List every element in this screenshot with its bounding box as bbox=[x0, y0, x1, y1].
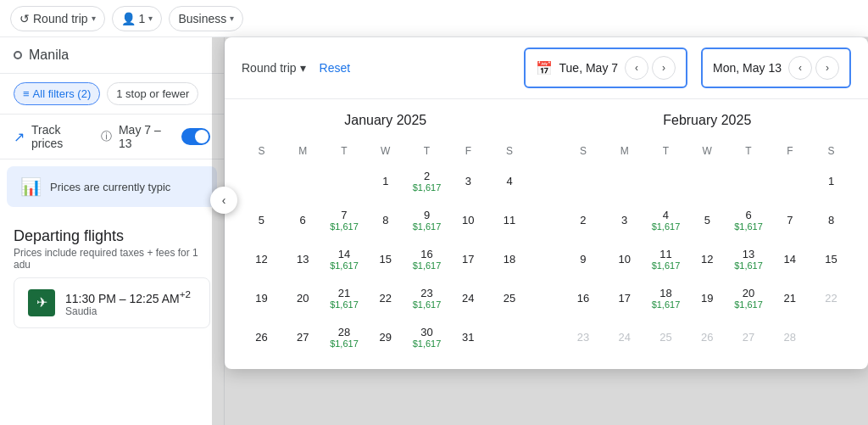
stops-filter-button[interactable]: 1 stop or fewer bbox=[107, 82, 198, 105]
end-date-prev[interactable]: ‹ bbox=[788, 56, 812, 80]
day-cell[interactable]: 12 bbox=[242, 240, 281, 277]
day-cell[interactable]: 25 bbox=[646, 318, 686, 355]
end-date-next[interactable]: › bbox=[815, 56, 839, 80]
day-cell[interactable]: 8 bbox=[365, 201, 405, 238]
day-cell[interactable]: 31 bbox=[448, 318, 488, 355]
day-cell[interactable]: 17 bbox=[448, 240, 488, 277]
day-cell[interactable]: 11 bbox=[490, 201, 530, 238]
day-number: 26 bbox=[255, 331, 267, 344]
day-number: 11 bbox=[504, 214, 515, 226]
day-cell[interactable]: 21$1,617 bbox=[325, 279, 364, 316]
day-header: W bbox=[687, 142, 727, 160]
track-prices-toggle[interactable] bbox=[181, 128, 210, 145]
day-cell[interactable]: 10 bbox=[448, 201, 488, 238]
day-cell[interactable]: 17 bbox=[604, 279, 644, 316]
day-cell[interactable]: 9$1,617 bbox=[407, 201, 447, 238]
day-cell[interactable]: 11$1,617 bbox=[646, 240, 686, 277]
day-header: M bbox=[283, 142, 323, 160]
day-cell[interactable]: 27 bbox=[729, 318, 769, 355]
day-cell[interactable]: 28$1,617 bbox=[325, 318, 364, 355]
day-cell[interactable]: 29 bbox=[365, 318, 405, 355]
day-cell[interactable]: 26 bbox=[687, 318, 727, 355]
day-number: 25 bbox=[659, 331, 671, 344]
flights-subtitle: Prices include required taxes + fees for… bbox=[14, 247, 210, 271]
back-button[interactable]: ‹ bbox=[210, 187, 237, 214]
day-cell[interactable]: 1 bbox=[811, 162, 851, 199]
flight-card[interactable]: ✈ 11:30 PM – 12:25 AM+2 Saudia bbox=[14, 277, 210, 328]
day-cell[interactable]: 13 bbox=[283, 240, 323, 277]
day-cell[interactable]: 8 bbox=[811, 201, 851, 238]
round-trip-icon: ↺ bbox=[19, 12, 30, 25]
day-number: 2 bbox=[580, 214, 586, 226]
day-cell[interactable]: 27 bbox=[283, 318, 323, 355]
day-cell[interactable]: 6$1,617 bbox=[729, 201, 769, 238]
day-cell[interactable]: 18$1,617 bbox=[646, 279, 686, 316]
day-cell[interactable]: 4$1,617 bbox=[646, 201, 686, 238]
day-cell[interactable]: 14$1,617 bbox=[325, 240, 364, 277]
day-cell[interactable]: 23 bbox=[564, 318, 604, 355]
day-cell[interactable]: 18 bbox=[490, 240, 530, 277]
day-cell[interactable]: 20$1,617 bbox=[729, 279, 769, 316]
day-cell[interactable]: 5 bbox=[687, 201, 727, 238]
start-date-prev[interactable]: ‹ bbox=[625, 56, 648, 80]
day-price: $1,617 bbox=[330, 299, 359, 310]
day-cell[interactable]: 19 bbox=[687, 279, 727, 316]
cabin-class-button[interactable]: Business ▾ bbox=[169, 6, 243, 31]
start-date-box[interactable]: 📅 Tue, May 7 ‹ › bbox=[524, 48, 688, 88]
day-cell[interactable]: 1 bbox=[365, 162, 405, 199]
day-cell[interactable]: 5 bbox=[242, 201, 281, 238]
day-cell[interactable]: 23$1,617 bbox=[407, 279, 447, 316]
day-cell[interactable]: 2 bbox=[564, 201, 604, 238]
day-number: 11 bbox=[659, 248, 671, 260]
end-date-nav: ‹ › bbox=[788, 56, 839, 80]
day-cell[interactable]: 28 bbox=[770, 318, 810, 355]
day-cell[interactable]: 20 bbox=[283, 279, 323, 316]
round-trip-button[interactable]: ↺ Round trip ▾ bbox=[10, 6, 105, 31]
day-cell[interactable]: 12 bbox=[687, 240, 727, 277]
day-number: 13 bbox=[743, 248, 754, 260]
passengers-button[interactable]: 👤 1 ▾ bbox=[112, 6, 163, 31]
day-cell[interactable]: 24 bbox=[604, 318, 644, 355]
calendar-reset-button[interactable]: Reset bbox=[320, 61, 351, 75]
day-number: 25 bbox=[504, 292, 515, 305]
chevron-down-icon: ▾ bbox=[148, 14, 153, 23]
calendar-trip-type-button[interactable]: Round trip ▾ bbox=[242, 61, 306, 75]
day-number: 6 bbox=[745, 209, 751, 221]
day-header: W bbox=[365, 142, 405, 160]
day-cell[interactable]: 4 bbox=[490, 162, 530, 199]
day-number: 24 bbox=[618, 331, 630, 344]
day-cell[interactable]: 15 bbox=[365, 240, 405, 277]
day-cell[interactable]: 25 bbox=[490, 279, 530, 316]
day-number: 6 bbox=[300, 214, 306, 226]
day-header: M bbox=[604, 142, 644, 160]
day-cell[interactable]: 14 bbox=[770, 240, 810, 277]
day-cell[interactable]: 16 bbox=[564, 279, 604, 316]
day-cell[interactable]: 2$1,617 bbox=[407, 162, 447, 199]
day-cell[interactable]: 16$1,617 bbox=[407, 240, 447, 277]
day-cell[interactable]: 22 bbox=[811, 279, 851, 316]
day-cell[interactable]: 24 bbox=[448, 279, 488, 316]
day-cell[interactable]: 10 bbox=[604, 240, 644, 277]
day-cell[interactable]: 6 bbox=[283, 201, 323, 238]
day-cell[interactable]: 26 bbox=[242, 318, 281, 355]
day-cell[interactable]: 3 bbox=[448, 162, 488, 199]
day-cell[interactable]: 30$1,617 bbox=[407, 318, 447, 355]
calendar-trip-label: Round trip bbox=[242, 61, 297, 75]
day-number: 7 bbox=[787, 214, 793, 226]
day-number: 21 bbox=[338, 287, 350, 299]
day-cell[interactable]: 9 bbox=[564, 240, 604, 277]
day-cell[interactable]: 22 bbox=[365, 279, 405, 316]
day-number: 15 bbox=[825, 253, 837, 266]
day-cell[interactable]: 19 bbox=[242, 279, 281, 316]
day-cell[interactable]: 7 bbox=[770, 201, 810, 238]
day-cell[interactable]: 21 bbox=[770, 279, 810, 316]
day-cell[interactable]: 15 bbox=[811, 240, 851, 277]
day-cell[interactable]: 7$1,617 bbox=[325, 201, 364, 238]
empty-cell bbox=[325, 162, 364, 199]
day-number: 3 bbox=[465, 175, 471, 187]
day-cell[interactable]: 13$1,617 bbox=[729, 240, 769, 277]
end-date-box[interactable]: Mon, May 13 ‹ › bbox=[701, 48, 851, 88]
all-filters-button[interactable]: ≡ All filters (2) bbox=[14, 82, 100, 105]
start-date-next[interactable]: › bbox=[652, 56, 676, 80]
day-cell[interactable]: 3 bbox=[604, 201, 644, 238]
